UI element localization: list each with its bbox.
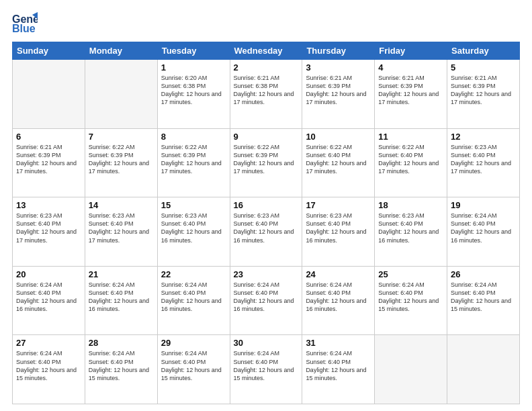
calendar-cell: 26Sunrise: 6:24 AM Sunset: 6:40 PM Dayli… [447,266,520,335]
day-number: 30 [234,338,299,348]
day-info: Sunrise: 6:20 AM Sunset: 6:38 PM Dayligh… [161,74,226,107]
calendar-cell: 3Sunrise: 6:21 AM Sunset: 6:39 PM Daylig… [302,60,375,129]
day-info: Sunrise: 6:21 AM Sunset: 6:38 PM Dayligh… [234,74,299,107]
day-info: Sunrise: 6:24 AM Sunset: 6:40 PM Dayligh… [451,281,516,314]
logo: General Blue [12,12,38,35]
day-number: 27 [16,338,81,348]
calendar-cell: 23Sunrise: 6:24 AM Sunset: 6:40 PM Dayli… [230,266,302,335]
weekday-header-sunday: Sunday [13,42,85,60]
calendar-cell: 9Sunrise: 6:22 AM Sunset: 6:39 PM Daylig… [230,128,302,197]
day-info: Sunrise: 6:22 AM Sunset: 6:40 PM Dayligh… [378,143,443,176]
weekday-header-saturday: Saturday [447,42,520,60]
calendar-cell: 4Sunrise: 6:21 AM Sunset: 6:39 PM Daylig… [375,60,447,129]
week-row-4: 20Sunrise: 6:24 AM Sunset: 6:40 PM Dayli… [13,266,520,335]
day-number: 24 [306,269,371,279]
day-number: 18 [378,200,443,210]
day-info: Sunrise: 6:23 AM Sunset: 6:40 PM Dayligh… [234,212,299,244]
calendar-cell: 30Sunrise: 6:24 AM Sunset: 6:40 PM Dayli… [230,335,302,404]
day-info: Sunrise: 6:24 AM Sunset: 6:40 PM Dayligh… [89,281,154,314]
day-number: 2 [234,62,299,73]
weekday-header-row: SundayMondayTuesdayWednesdayThursdayFrid… [13,42,520,60]
week-row-3: 13Sunrise: 6:23 AM Sunset: 6:40 PM Dayli… [13,197,520,267]
day-number: 19 [451,200,516,210]
calendar-cell: 18Sunrise: 6:23 AM Sunset: 6:40 PM Dayli… [375,197,447,267]
weekday-header-wednesday: Wednesday [230,42,302,60]
calendar-cell: 19Sunrise: 6:24 AM Sunset: 6:40 PM Dayli… [447,197,520,267]
calendar-cell: 10Sunrise: 6:22 AM Sunset: 6:40 PM Dayli… [302,128,375,197]
day-number: 12 [451,132,516,142]
day-number: 3 [306,62,371,73]
weekday-header-tuesday: Tuesday [157,42,230,60]
day-info: Sunrise: 6:24 AM Sunset: 6:40 PM Dayligh… [89,349,154,382]
calendar-cell: 8Sunrise: 6:22 AM Sunset: 6:39 PM Daylig… [157,128,230,197]
day-number: 5 [451,62,516,73]
calendar-cell: 20Sunrise: 6:24 AM Sunset: 6:40 PM Dayli… [13,266,85,335]
weekday-header-monday: Monday [85,42,157,60]
day-number: 17 [306,200,371,210]
calendar-cell: 13Sunrise: 6:23 AM Sunset: 6:40 PM Dayli… [13,197,85,267]
calendar-cell: 25Sunrise: 6:24 AM Sunset: 6:40 PM Dayli… [375,266,447,335]
day-number: 8 [161,132,226,142]
day-info: Sunrise: 6:24 AM Sunset: 6:40 PM Dayligh… [16,281,81,314]
day-info: Sunrise: 6:23 AM Sunset: 6:40 PM Dayligh… [306,212,371,244]
calendar-cell [375,335,447,404]
header: General Blue [12,12,520,35]
calendar-cell: 31Sunrise: 6:24 AM Sunset: 6:40 PM Dayli… [302,335,375,404]
day-number: 9 [234,132,299,142]
week-row-1: 1Sunrise: 6:20 AM Sunset: 6:38 PM Daylig… [13,60,520,129]
day-info: Sunrise: 6:24 AM Sunset: 6:40 PM Dayligh… [161,281,226,314]
day-info: Sunrise: 6:21 AM Sunset: 6:39 PM Dayligh… [306,74,371,107]
day-info: Sunrise: 6:23 AM Sunset: 6:40 PM Dayligh… [89,212,154,244]
day-number: 14 [89,200,154,210]
day-info: Sunrise: 6:21 AM Sunset: 6:39 PM Dayligh… [378,74,443,107]
day-number: 25 [378,269,443,279]
day-number: 31 [306,338,371,348]
day-info: Sunrise: 6:22 AM Sunset: 6:39 PM Dayligh… [161,143,226,176]
day-info: Sunrise: 6:22 AM Sunset: 6:39 PM Dayligh… [234,143,299,176]
calendar-cell: 21Sunrise: 6:24 AM Sunset: 6:40 PM Dayli… [85,266,157,335]
day-info: Sunrise: 6:23 AM Sunset: 6:40 PM Dayligh… [378,212,443,244]
calendar-cell [13,60,85,129]
day-number: 10 [306,132,371,142]
day-info: Sunrise: 6:21 AM Sunset: 6:39 PM Dayligh… [16,143,81,176]
day-info: Sunrise: 6:23 AM Sunset: 6:40 PM Dayligh… [161,212,226,244]
calendar-cell: 1Sunrise: 6:20 AM Sunset: 6:38 PM Daylig… [157,60,230,129]
day-number: 13 [16,200,81,210]
weekday-header-thursday: Thursday [302,42,375,60]
calendar-table: SundayMondayTuesdayWednesdayThursdayFrid… [12,42,520,404]
calendar-cell [85,60,157,129]
day-info: Sunrise: 6:24 AM Sunset: 6:40 PM Dayligh… [234,349,299,382]
logo-icon: General Blue [12,12,38,35]
day-info: Sunrise: 6:24 AM Sunset: 6:40 PM Dayligh… [306,281,371,314]
calendar-cell: 24Sunrise: 6:24 AM Sunset: 6:40 PM Dayli… [302,266,375,335]
day-number: 16 [234,200,299,210]
day-number: 28 [89,338,154,348]
week-row-5: 27Sunrise: 6:24 AM Sunset: 6:40 PM Dayli… [13,335,520,404]
calendar-cell: 29Sunrise: 6:24 AM Sunset: 6:40 PM Dayli… [157,335,230,404]
day-number: 29 [161,338,226,348]
day-info: Sunrise: 6:24 AM Sunset: 6:40 PM Dayligh… [451,212,516,244]
calendar-cell: 16Sunrise: 6:23 AM Sunset: 6:40 PM Dayli… [230,197,302,267]
day-number: 26 [451,269,516,279]
day-info: Sunrise: 6:21 AM Sunset: 6:39 PM Dayligh… [451,74,516,107]
calendar-cell: 28Sunrise: 6:24 AM Sunset: 6:40 PM Dayli… [85,335,157,404]
day-number: 1 [161,62,226,73]
weekday-header-friday: Friday [375,42,447,60]
day-info: Sunrise: 6:24 AM Sunset: 6:40 PM Dayligh… [234,281,299,314]
day-info: Sunrise: 6:24 AM Sunset: 6:40 PM Dayligh… [161,349,226,382]
day-info: Sunrise: 6:23 AM Sunset: 6:40 PM Dayligh… [451,143,516,176]
day-number: 23 [234,269,299,279]
calendar-cell: 7Sunrise: 6:22 AM Sunset: 6:39 PM Daylig… [85,128,157,197]
day-info: Sunrise: 6:23 AM Sunset: 6:40 PM Dayligh… [16,212,81,244]
day-number: 7 [89,132,154,142]
calendar-cell [447,335,520,404]
calendar-cell: 11Sunrise: 6:22 AM Sunset: 6:40 PM Dayli… [375,128,447,197]
day-info: Sunrise: 6:22 AM Sunset: 6:40 PM Dayligh… [306,143,371,176]
day-number: 11 [378,132,443,142]
calendar-cell: 6Sunrise: 6:21 AM Sunset: 6:39 PM Daylig… [13,128,85,197]
day-number: 21 [89,269,154,279]
calendar-cell: 22Sunrise: 6:24 AM Sunset: 6:40 PM Dayli… [157,266,230,335]
calendar-cell: 14Sunrise: 6:23 AM Sunset: 6:40 PM Dayli… [85,197,157,267]
calendar-cell: 12Sunrise: 6:23 AM Sunset: 6:40 PM Dayli… [447,128,520,197]
day-info: Sunrise: 6:24 AM Sunset: 6:40 PM Dayligh… [16,349,81,382]
